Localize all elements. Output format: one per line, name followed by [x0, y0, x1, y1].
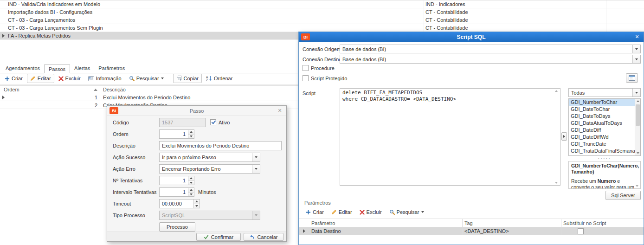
function-item[interactable]: GDI_DateDiff: [569, 127, 640, 134]
editar-label: Editar: [38, 76, 51, 81]
steps-row[interactable]: 1 Exclui Movimentos do Periodo Destino: [0, 94, 298, 101]
dropdown-arrow-icon[interactable]: [632, 89, 640, 97]
excluir-button[interactable]: Excluir: [356, 207, 385, 217]
scroll-up-icon[interactable]: [555, 90, 558, 92]
spin-down-icon[interactable]: [194, 204, 200, 208]
column-header-descricao[interactable]: Descrição: [103, 87, 126, 92]
open-editor-button[interactable]: [626, 73, 638, 83]
parametros-row-selected[interactable]: Data Destino <DATA_DESTINO>: [299, 227, 644, 235]
dropdown-arrow-icon[interactable]: [252, 165, 260, 173]
table-row[interactable]: Importação dados BI - Configurações CT -…: [0, 8, 644, 16]
intervalo-spinner[interactable]: 1: [159, 187, 194, 197]
ordenar-button[interactable]: AZ Ordenar: [203, 74, 236, 83]
close-icon[interactable]: ×: [275, 106, 284, 116]
column-header-substituir[interactable]: Substituir no Script: [563, 220, 606, 226]
parametros-group-label: Parâmetros: [304, 200, 331, 206]
confirmar-button[interactable]: Confirmar: [196, 233, 241, 241]
conexao-destino-select[interactable]: Base de dados (BI): [340, 55, 641, 64]
table-row[interactable]: CT - 03 - Carga Lançamentos CT - Contabi…: [0, 16, 644, 24]
criar-button[interactable]: Criar: [1, 74, 26, 83]
task-name-cell: CT - 03 - Carga Lançamentos: [8, 17, 75, 23]
informacao-button[interactable]: Informação: [85, 74, 125, 83]
spin-down-icon[interactable]: [188, 134, 194, 139]
conexao-origem-select[interactable]: Base de dados (BI): [340, 45, 641, 53]
dropdown-arrow-icon[interactable]: [632, 55, 640, 63]
copy-icon: [176, 76, 182, 81]
procedure-checkbox[interactable]: [303, 65, 309, 71]
column-header-ordem[interactable]: Ordem: [4, 87, 19, 92]
group-line: [332, 203, 641, 203]
functions-scrollbar[interactable]: [635, 99, 640, 155]
function-item[interactable]: GDI_TruncDate: [569, 141, 640, 148]
functions-filter-select[interactable]: Todas: [568, 88, 641, 97]
spin-up-icon[interactable]: [188, 176, 194, 181]
tab-agendamentos[interactable]: Agendamentos: [1, 64, 44, 73]
script-textarea[interactable]: delete BIFT_FA_METAPEDIDOS where CD_DATA…: [340, 88, 560, 186]
criar-button[interactable]: Criar: [303, 207, 327, 217]
function-item[interactable]: GDI_DateToDays: [569, 113, 640, 120]
excluir-button[interactable]: Excluir: [55, 74, 84, 83]
pesquisar-button[interactable]: Pesquisar: [386, 207, 427, 217]
tipo-processo-label: Tipo Processo: [113, 213, 145, 218]
editar-button[interactable]: Editar: [27, 74, 54, 83]
spin-down-icon[interactable]: [188, 192, 194, 197]
tab-parametros[interactable]: Parâmetros: [94, 64, 129, 73]
cancelar-button[interactable]: Cancelar: [244, 233, 283, 241]
script-dialog-titlebar[interactable]: BI Script SQL ×: [299, 32, 644, 42]
substituir-checkbox[interactable]: [578, 228, 584, 234]
passo-dialog-titlebar[interactable]: BI Passo ×: [107, 106, 286, 116]
acao-erro-select[interactable]: Encerrar Reportando Erro: [159, 164, 260, 174]
task-group-cell: CT - Contabilidade: [425, 25, 468, 31]
script-protegido-checkbox[interactable]: [303, 75, 309, 81]
codigo-input[interactable]: 1537: [159, 118, 206, 127]
tentativas-spinner[interactable]: 1: [159, 176, 194, 185]
pesquisar-button[interactable]: Pesquisar: [126, 74, 167, 83]
scrollbar-thumb[interactable]: [636, 104, 640, 126]
column-header-parametro[interactable]: Parâmetro: [311, 220, 335, 226]
scroll-up-icon[interactable]: [637, 100, 639, 102]
chevron-down-icon: [161, 77, 164, 79]
functions-list[interactable]: GDI_NumberToChar GDI_DateToChar GDI_Date…: [568, 98, 641, 156]
ordem-spinner[interactable]: 1: [159, 129, 194, 139]
copiar-button[interactable]: Copiar: [173, 74, 202, 83]
function-item[interactable]: GDI_TrataDataFinalSemana: [569, 148, 640, 155]
function-item[interactable]: GDI_DateToChar: [569, 106, 640, 113]
scroll-down-icon[interactable]: [637, 152, 639, 154]
function-item[interactable]: GDI_NumberToChar: [569, 99, 640, 106]
task-group-cell: CT - Contabilidade: [425, 9, 468, 15]
tipo-processo-select: ScriptSQL: [159, 211, 260, 220]
scroll-down-icon[interactable]: [555, 182, 558, 184]
plus-icon: [5, 76, 10, 81]
sql-server-button[interactable]: Sql Server: [605, 191, 641, 200]
acao-sucesso-label: Ação Sucesso: [113, 155, 145, 160]
parametros-toolbar: Criar Editar Excluir Pesquisar: [303, 207, 427, 217]
chevron-right-icon: [563, 135, 565, 138]
function-item[interactable]: GDI_DateDiffWd: [569, 134, 640, 141]
chevron-down-icon: [421, 211, 424, 213]
close-icon[interactable]: ×: [632, 32, 642, 42]
spin-down-icon[interactable]: [188, 181, 194, 185]
table-row[interactable]: CT - 03 - Carga Lançamentos Sem Plugin C…: [0, 24, 644, 32]
ordem-label: Ordem: [113, 131, 129, 137]
ativo-checkbox[interactable]: [210, 119, 216, 125]
plus-icon: [306, 210, 311, 215]
tab-passos[interactable]: Passos: [44, 64, 70, 73]
timeout-spinner[interactable]: 00:00:00: [159, 199, 200, 208]
table-row[interactable]: IND - Valida/Cria Indicadores em Modelo …: [0, 0, 644, 8]
column-header-tag[interactable]: Tag: [464, 220, 473, 226]
processo-button[interactable]: Processo: [159, 222, 195, 232]
splitter-handle[interactable]: ·····: [568, 157, 641, 161]
spin-up-icon[interactable]: [194, 200, 200, 204]
descricao-input[interactable]: Exclui Movimentos do Periodo Destino: [159, 141, 282, 150]
passo-dialog-title: Passo: [107, 106, 286, 116]
spin-up-icon[interactable]: [188, 188, 194, 192]
acao-sucesso-select[interactable]: Ir para o próximo Passo: [159, 153, 260, 162]
editar-button[interactable]: Editar: [328, 207, 355, 217]
dropdown-arrow-icon[interactable]: [252, 153, 260, 161]
function-item[interactable]: GDI_DataAtualToDays: [569, 120, 640, 127]
scroll-down-icon[interactable]: [636, 185, 638, 187]
expand-functions-button[interactable]: [561, 132, 567, 141]
spin-up-icon[interactable]: [188, 130, 194, 134]
tab-alertas[interactable]: Alertas: [70, 64, 94, 73]
dropdown-arrow-icon[interactable]: [632, 45, 640, 53]
